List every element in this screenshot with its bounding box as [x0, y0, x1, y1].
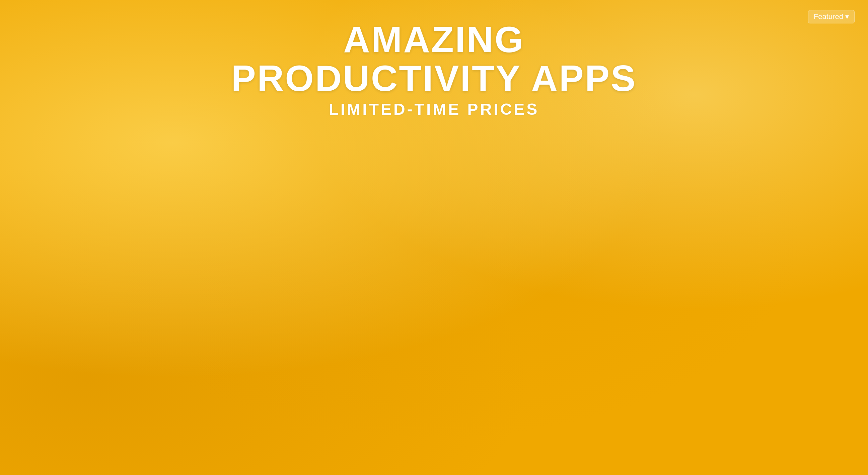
featured-button[interactable]: Featured ▾ [808, 10, 855, 24]
page-header: AMAZING PRODUCTIVITY APPS LIMITED-TIME P… [0, 0, 868, 118]
subheadline: LIMITED-TIME PRICES [0, 100, 868, 118]
headline: AMAZING PRODUCTIVITY APPS [0, 20, 868, 97]
